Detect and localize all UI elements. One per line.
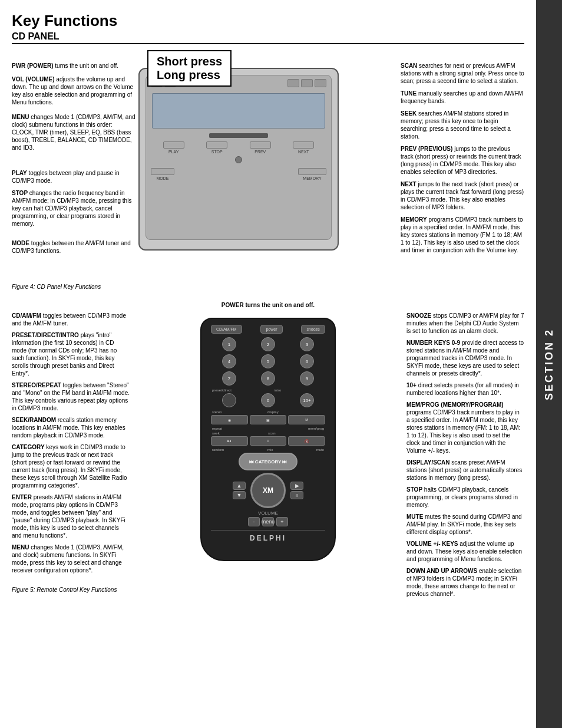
cd-seek-btn — [315, 79, 326, 87]
stop-btn-label: STOP — [206, 141, 227, 154]
snooze-btn[interactable]: snooze — [301, 325, 325, 334]
menu-remote-label: MENU changes Mode 1 (CD/MP3, AM/FM, and … — [12, 543, 130, 574]
menu-remote-btn[interactable]: menu — [262, 517, 274, 526]
cd-scan-btn — [287, 79, 299, 87]
cd-slot — [209, 133, 268, 138]
ten-plus-label: 10+ direct selects presets (for all mode… — [406, 381, 524, 397]
mute-label: mute — [316, 448, 324, 452]
prev-btn-label: PREV — [250, 141, 271, 154]
next-btn-label: NEXT — [293, 141, 314, 154]
page-title: Key Functions — [12, 12, 524, 30]
remote-section: POWER turns the unit on and off. CD/AM/F… — [12, 302, 524, 593]
main-content: Key Functions CD PANEL PWR (POWER) turns… — [0, 0, 536, 728]
cd-device-drawing: PLAY STOP PREV — [138, 68, 339, 251]
nav-right[interactable]: ▶ — [290, 482, 303, 490]
pause-btn[interactable]: II — [290, 491, 303, 499]
volume-keys-label: VOLUME +/- KEYS adjust the volume up and… — [406, 540, 524, 563]
scan-btn[interactable]: ≡ — [250, 436, 287, 446]
remote-left-labels: CD/AM/FM toggles between CD/MP3 mode and… — [12, 312, 130, 578]
memory-label: MEMORY programs CD/MP3 track numbers to … — [401, 216, 524, 254]
volume-label: VOLUME — [258, 510, 278, 516]
nav-up[interactable]: ▲ — [233, 482, 246, 490]
cd-display — [152, 93, 325, 129]
mode-btn: MODE — [151, 168, 174, 180]
key-2[interactable]: 2 — [261, 337, 275, 351]
key-10plus[interactable]: 10+ — [300, 393, 314, 407]
cd-am-fm-btn[interactable]: CD/AM/FM — [211, 325, 242, 334]
cd-left-labels: PWR (POWER) turns the unit on and off. V… — [12, 62, 135, 259]
mute-btn[interactable]: 🔇 — [288, 436, 325, 446]
remote-right-labels: SNOOZE stops CD/MP3 or AM/FM play for 7 … — [406, 312, 524, 602]
preset-direct-label: PRESET/DIRECT/INTRO plays "intro" inform… — [12, 331, 130, 377]
enter-label: ENTER presets AM/FM stations in AM/FM mo… — [12, 493, 130, 539]
arrows-label: DOWN AND UP ARROWS enable selection of M… — [406, 567, 524, 598]
intro-label-btn: intro — [275, 388, 282, 392]
remote-body: CD/AM/FM power snooze 1 2 3 4 — [200, 318, 336, 561]
key-3[interactable]: 3 — [300, 337, 314, 351]
cd-tune-btn — [301, 79, 313, 87]
number-keys-label: NUMBER KEYS 0-9 provide direct access to… — [406, 339, 524, 377]
power-btn[interactable]: power — [260, 325, 282, 334]
key-empty — [222, 393, 236, 407]
cd-panel-section: PWR (POWER) turns the unit on and off. V… — [12, 50, 524, 290]
key-8[interactable]: 8 — [261, 371, 275, 386]
random-label: random — [212, 448, 224, 452]
scan-label-btn: scan — [268, 431, 276, 435]
memory-btn: MEMORY — [298, 168, 326, 180]
seek-label: SEEK searches AM/FM stations stored in m… — [401, 110, 524, 140]
mute-label-r: MUTE mutes the sound during CD/MP3 and A… — [406, 513, 524, 536]
display-scan-label: DISPLAY/SCAN scans preset AM/FM stations… — [406, 459, 524, 482]
press-box: Short press Long press — [147, 50, 232, 87]
nav-down[interactable]: ▼ — [233, 491, 246, 499]
remote-diagram: CD/AM/FM toggles between CD/MP3 mode and… — [12, 312, 524, 583]
menu-label: MENU changes Mode 1 (CD/MP3, AM/FM, and … — [12, 113, 135, 151]
category-label: CATEGORY keys work in CD/MP3 mode to jum… — [12, 443, 130, 489]
repeat-label: repeat — [212, 427, 222, 430]
cd-am-fm-label: CD/AM/FM toggles between CD/MP3 mode and… — [12, 312, 130, 327]
section-label: SECTION 2 — [543, 328, 556, 400]
xm-btn[interactable]: XM — [250, 473, 286, 508]
snooze-label: SNOOZE stops CD/MP3 or AM/FM play for 7 … — [406, 312, 524, 335]
cd-panel-diagram: PWR (POWER) turns the unit on and off. V… — [12, 50, 524, 280]
cd-figure-caption: Figure 4: CD Panel Key Functions — [12, 284, 524, 290]
mem-prog-label: mem/prog — [308, 427, 324, 430]
cd-panel-subtitle: CD PANEL — [12, 31, 524, 44]
key-4[interactable]: 4 — [222, 354, 236, 368]
display-btn[interactable]: ▣ — [250, 415, 287, 424]
preset-direct-label-btn: preset/direct — [212, 388, 232, 392]
delphi-brand: DELPHI — [211, 530, 325, 542]
category-btn[interactable]: ⏮ CATEGORY ⏭ — [239, 453, 297, 470]
vol-minus[interactable]: - — [248, 517, 260, 526]
stereo-label-btn: stereo — [212, 410, 222, 414]
mode-label: MODE toggles between the AM/FM tuner and… — [12, 239, 135, 255]
key-5[interactable]: 5 — [261, 354, 275, 368]
mem-prog-btn[interactable]: M — [288, 415, 325, 424]
cd-right-labels: SCAN searches for next or previous AM/FM… — [401, 62, 524, 259]
stereo-repeat-label: STEREO/REPEAT toggles between "Stereo" a… — [12, 381, 130, 412]
prev-label: PREV (PREVIOUS) jumps to the previous tr… — [401, 145, 524, 176]
remote-device: CD/AM/FM power snooze 1 2 3 4 — [180, 318, 356, 561]
remote-power-label: POWER turns the unit on and off. — [12, 302, 524, 308]
key-6[interactable]: 6 — [300, 354, 314, 368]
key-1[interactable]: 1 — [222, 337, 236, 351]
stop-label: STOP changes the radio frequency band in… — [12, 189, 135, 228]
play-btn-label: PLAY — [163, 141, 184, 154]
key-0[interactable]: 0 — [261, 393, 275, 407]
display-label-btn: display — [267, 410, 279, 414]
cd-indicator — [235, 156, 242, 163]
page-container: Key Functions CD PANEL PWR (POWER) turns… — [0, 0, 562, 728]
seek-btn[interactable]: ⏮ — [211, 436, 248, 446]
key-9[interactable]: 9 — [300, 371, 314, 386]
tune-label: TUNE manually searches up and down AM/FM… — [401, 90, 524, 105]
key-7[interactable]: 7 — [222, 371, 236, 386]
vol-label: VOL (VOLUME) adjusts the volume up and d… — [12, 75, 135, 106]
stereo-btn[interactable]: ◉ — [211, 415, 248, 424]
mix-label: mix — [267, 448, 273, 452]
next-label: NEXT jumps to the next track (short pres… — [401, 180, 524, 211]
section-tab: SECTION 2 — [536, 0, 562, 728]
short-press-label: Short press — [157, 55, 222, 68]
pwr-label: PWR (POWER) turns the unit on and off. — [12, 62, 135, 70]
play-label: PLAY toggles between play and pause in C… — [12, 169, 135, 185]
seek-label-btn: seek — [212, 431, 220, 435]
vol-plus[interactable]: + — [276, 517, 288, 526]
